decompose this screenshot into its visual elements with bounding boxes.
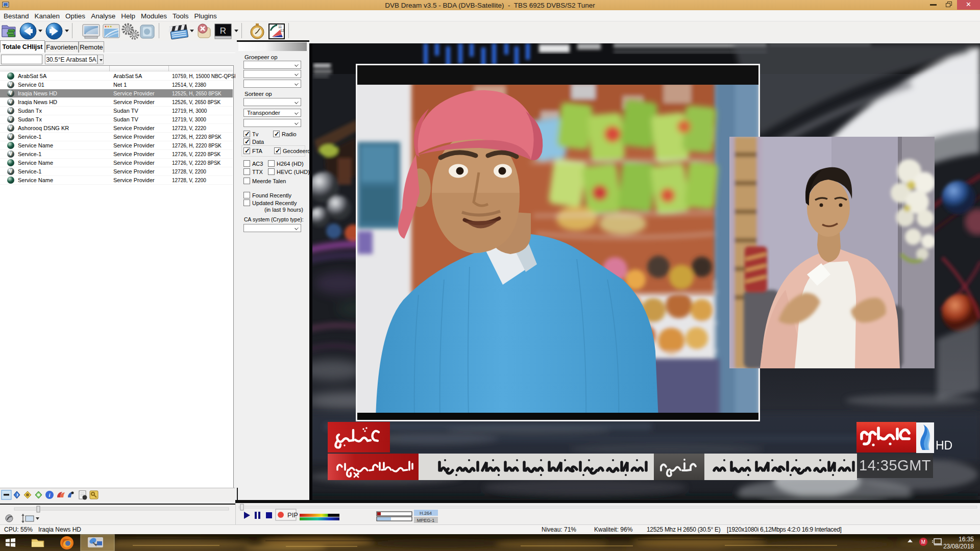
svg-text:PIP: PIP — [287, 511, 298, 519]
svg-text:23/08/2018: 23/08/2018 — [943, 543, 974, 550]
svg-text:M: M — [921, 539, 925, 545]
svg-text:R: R — [220, 26, 226, 36]
svg-text:16:35: 16:35 — [959, 536, 974, 543]
svg-text:11: 11 — [278, 25, 282, 29]
svg-text:MPEG-1: MPEG-1 — [417, 518, 435, 523]
svg-text:H.264: H.264 — [420, 511, 432, 516]
